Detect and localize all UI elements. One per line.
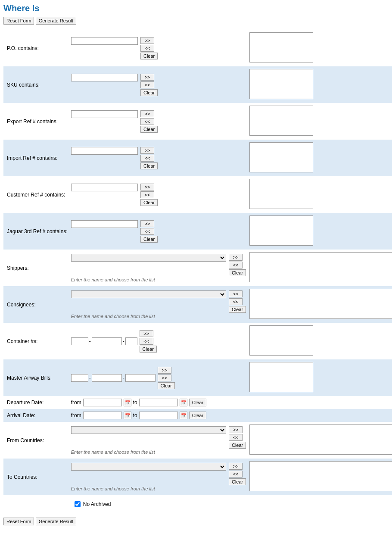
arrival-clear-btn[interactable]: Clear bbox=[189, 412, 206, 419]
from-countries-list-cell bbox=[248, 422, 392, 459]
arrival-from-input[interactable] bbox=[83, 412, 122, 419]
generate-result-button-top[interactable]: Generate Result bbox=[36, 17, 76, 25]
consignees-backward-btn[interactable]: << bbox=[229, 298, 243, 305]
to-countries-hint: Enter the name and choose from the list bbox=[71, 486, 246, 491]
export-ref-clear-btn[interactable]: Clear bbox=[140, 126, 158, 133]
arrival-to-input[interactable] bbox=[139, 412, 178, 419]
customer-ref-backward-btn[interactable]: << bbox=[140, 191, 154, 198]
shippers-clear-btn[interactable]: Clear bbox=[229, 269, 246, 276]
no-archived-container: No Archived bbox=[71, 498, 392, 511]
arrival-to-calendar-btn[interactable]: 📅 bbox=[180, 412, 187, 419]
departure-to-calendar-btn[interactable]: 📅 bbox=[180, 399, 187, 406]
export-ref-input[interactable] bbox=[71, 110, 138, 118]
to-countries-clear-btn[interactable]: Clear bbox=[229, 478, 246, 485]
sku-forward-btn[interactable]: >> bbox=[140, 74, 154, 81]
reset-form-button-top[interactable]: Reset Form bbox=[3, 17, 34, 25]
export-ref-label: Export Ref # contains: bbox=[3, 103, 69, 140]
container-btn-group: >> << Clear bbox=[140, 330, 157, 353]
import-ref-input[interactable] bbox=[71, 147, 138, 155]
sku-backward-btn[interactable]: << bbox=[140, 81, 154, 88]
bottom-buttons-bar: Reset Form Generate Result bbox=[3, 518, 389, 525]
shippers-controls: >> << Clear Enter the name and choose fr… bbox=[69, 250, 248, 286]
customer-ref-list-box[interactable] bbox=[249, 179, 313, 209]
container-list-box[interactable] bbox=[249, 325, 313, 356]
po-controls: >> << Clear bbox=[69, 30, 248, 66]
consignees-clear-btn[interactable]: Clear bbox=[229, 306, 246, 313]
jaguar-ref-clear-btn[interactable]: Clear bbox=[140, 236, 158, 243]
po-input[interactable] bbox=[71, 37, 138, 45]
po-list-box[interactable] bbox=[249, 32, 313, 62]
departure-clear-btn[interactable]: Clear bbox=[189, 399, 206, 406]
shippers-forward-btn[interactable]: >> bbox=[229, 254, 243, 261]
to-countries-backward-btn[interactable]: << bbox=[229, 471, 243, 477]
departure-from-calendar-btn[interactable]: 📅 bbox=[124, 399, 131, 406]
shippers-list-box[interactable] bbox=[249, 252, 392, 282]
from-countries-clear-btn[interactable]: Clear bbox=[229, 442, 246, 449]
consignees-combo[interactable] bbox=[71, 290, 226, 298]
sku-input[interactable] bbox=[71, 74, 138, 81]
airway-forward-btn[interactable]: >> bbox=[158, 367, 171, 374]
reset-form-button-bottom[interactable]: Reset Form bbox=[3, 518, 34, 525]
po-backward-btn[interactable]: << bbox=[140, 45, 154, 52]
arrival-date-label: Arrival Date: bbox=[3, 409, 69, 422]
customer-ref-list-cell bbox=[248, 176, 392, 213]
airway-list-box[interactable] bbox=[249, 362, 313, 392]
from-countries-combo[interactable] bbox=[71, 426, 226, 434]
customer-ref-clear-btn[interactable]: Clear bbox=[140, 199, 158, 206]
arrival-to-label: to bbox=[133, 412, 137, 418]
import-ref-forward-btn[interactable]: >> bbox=[140, 147, 154, 154]
from-countries-row: From Countries: >> << Clear Enter the na… bbox=[3, 422, 392, 459]
po-clear-btn[interactable]: Clear bbox=[140, 53, 158, 59]
jaguar-ref-input[interactable] bbox=[71, 220, 138, 228]
jaguar-ref-row: Jaguar 3rd Ref # contains: >> << Clear bbox=[3, 213, 392, 250]
departure-from-input[interactable] bbox=[83, 399, 122, 406]
jaguar-ref-forward-btn[interactable]: >> bbox=[140, 220, 154, 227]
to-countries-forward-btn[interactable]: >> bbox=[229, 463, 243, 470]
from-countries-list-box[interactable] bbox=[249, 424, 392, 455]
consignees-list-box[interactable] bbox=[249, 289, 392, 319]
departure-to-label: to bbox=[133, 399, 137, 406]
shippers-backward-btn[interactable]: << bbox=[229, 262, 243, 268]
import-ref-list-box[interactable] bbox=[249, 142, 313, 172]
sku-list-cell bbox=[248, 66, 392, 103]
container-forward-btn[interactable]: >> bbox=[140, 330, 153, 337]
import-ref-backward-btn[interactable]: << bbox=[140, 155, 154, 162]
export-ref-forward-btn[interactable]: >> bbox=[140, 110, 154, 117]
airway-part3[interactable] bbox=[125, 374, 156, 382]
airway-clear-btn[interactable]: Clear bbox=[158, 382, 175, 389]
to-countries-controls: >> << Clear Enter the name and choose fr… bbox=[69, 459, 248, 495]
customer-ref-forward-btn[interactable]: >> bbox=[140, 184, 154, 190]
export-ref-backward-btn[interactable]: << bbox=[140, 118, 154, 125]
shippers-combo[interactable] bbox=[71, 254, 226, 262]
container-part2[interactable] bbox=[92, 337, 122, 345]
sku-list-box[interactable] bbox=[249, 69, 313, 99]
airway-part1[interactable] bbox=[71, 374, 88, 382]
consignees-forward-btn[interactable]: >> bbox=[229, 290, 243, 297]
container-clear-btn[interactable]: Clear bbox=[140, 346, 157, 353]
customer-ref-btn-group: >> << Clear bbox=[140, 184, 158, 206]
no-archived-checkbox[interactable] bbox=[75, 501, 81, 507]
airway-part2[interactable] bbox=[92, 374, 122, 382]
container-backward-btn[interactable]: << bbox=[140, 338, 153, 345]
customer-ref-input[interactable] bbox=[71, 184, 138, 191]
to-countries-list-box[interactable] bbox=[249, 461, 392, 491]
generate-result-button-bottom[interactable]: Generate Result bbox=[36, 518, 76, 525]
jaguar-ref-list-box[interactable] bbox=[249, 215, 313, 246]
from-countries-forward-btn[interactable]: >> bbox=[229, 426, 243, 433]
jaguar-ref-backward-btn[interactable]: << bbox=[140, 228, 154, 235]
export-ref-list-box[interactable] bbox=[249, 106, 313, 136]
import-ref-clear-btn[interactable]: Clear bbox=[140, 162, 158, 169]
po-forward-btn[interactable]: >> bbox=[140, 37, 154, 44]
from-countries-backward-btn[interactable]: << bbox=[229, 434, 243, 441]
sku-clear-btn[interactable]: Clear bbox=[140, 89, 158, 96]
export-ref-btn-group: >> << Clear bbox=[140, 110, 158, 133]
arrival-from-calendar-btn[interactable]: 📅 bbox=[124, 412, 131, 419]
container-part3[interactable] bbox=[125, 337, 137, 345]
container-part1[interactable] bbox=[71, 337, 88, 345]
airway-backward-btn[interactable]: << bbox=[158, 374, 171, 381]
sku-controls: >> << Clear bbox=[69, 66, 248, 103]
departure-to-input[interactable] bbox=[139, 399, 178, 406]
customer-ref-label: Customer Ref # contains: bbox=[3, 176, 69, 213]
to-countries-combo[interactable] bbox=[71, 463, 226, 471]
shippers-label: Shippers: bbox=[3, 250, 69, 286]
